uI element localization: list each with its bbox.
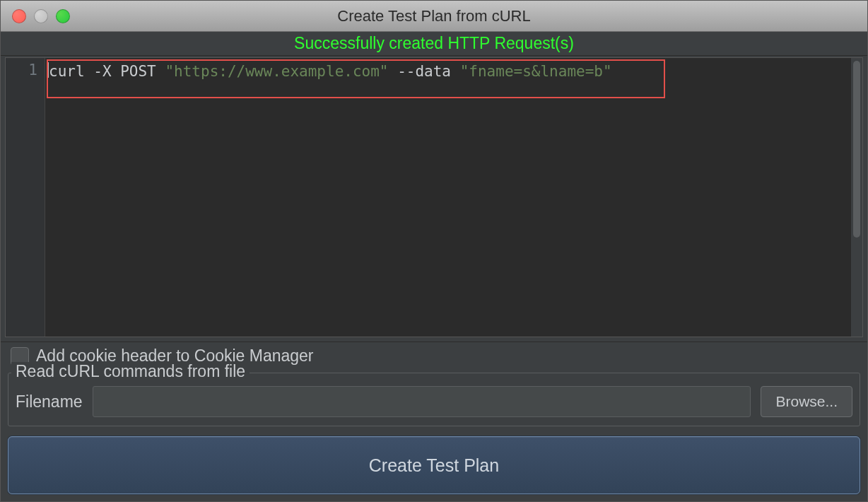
create-test-plan-button[interactable]: Create Test Plan (8, 436, 860, 494)
window-title: Create Test Plan from cURL (1, 7, 867, 25)
scrollbar-thumb[interactable] (853, 61, 860, 238)
code-token-cmd: curl (49, 63, 85, 80)
filename-label: Filename (16, 392, 83, 411)
filename-input[interactable] (93, 386, 751, 417)
code-area[interactable]: curl -X POST "https://www.example.com" -… (45, 58, 851, 337)
code-token-method: POST (120, 63, 156, 80)
fieldset-legend: Read cURL commands from file (11, 362, 250, 381)
line-number: 1 (6, 62, 37, 78)
code-token-flag2: --data (397, 63, 451, 80)
code-token-data: "fname=s&lname=b" (460, 63, 612, 80)
read-from-file-fieldset: Read cURL commands from file Filename Br… (8, 373, 860, 426)
code-token-url: "https://www.example.com" (165, 63, 388, 80)
status-message: Successfully created HTTP Request(s) (1, 32, 867, 56)
dialog-window: Create Test Plan from cURL Successfully … (0, 0, 868, 502)
browse-button[interactable]: Browse... (761, 386, 852, 417)
titlebar: Create Test Plan from cURL (1, 1, 867, 32)
editor-scrollbar[interactable] (851, 58, 862, 337)
maximize-icon[interactable] (56, 9, 70, 23)
code-token-flag: -X (93, 63, 111, 80)
curl-editor[interactable]: 1 curl -X POST "https://www.example.com"… (5, 57, 863, 337)
minimize-icon[interactable] (34, 9, 48, 23)
controls-panel: Add cookie header to Cookie Manager Read… (1, 342, 867, 501)
editor-gutter: 1 (6, 58, 45, 337)
window-controls (1, 9, 70, 23)
close-icon[interactable] (12, 9, 26, 23)
